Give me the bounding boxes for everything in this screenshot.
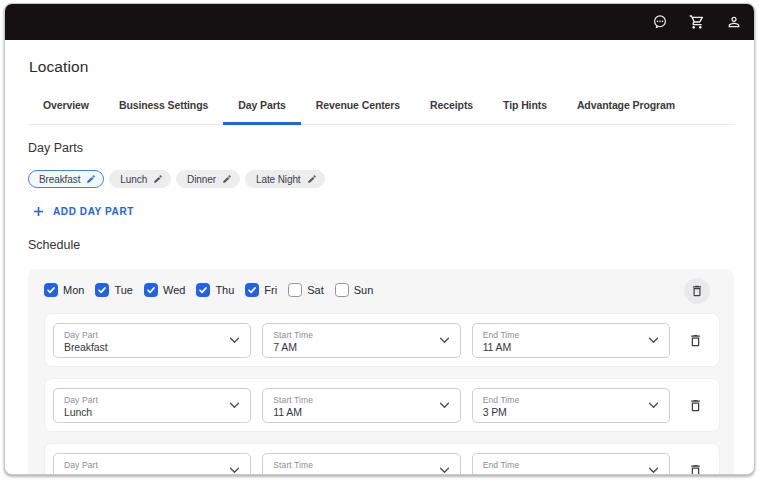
edit-icon[interactable] xyxy=(153,174,163,184)
delete-schedule-button[interactable] xyxy=(684,278,710,304)
trash-icon xyxy=(688,398,703,413)
chevron-down-icon xyxy=(648,337,659,344)
tab[interactable]: Advantage Program xyxy=(562,93,690,124)
start-time-select-label: Start Time xyxy=(273,330,433,340)
tab[interactable]: Revenue Centers xyxy=(301,93,415,124)
day-part-select[interactable]: Day Part Breakfast xyxy=(53,323,251,358)
day-part-chip[interactable]: Lunch xyxy=(109,170,171,188)
start-time-select-label: Start Time xyxy=(273,395,433,405)
weekday-label: Wed xyxy=(163,283,185,297)
chat-button[interactable] xyxy=(648,10,672,34)
weekday-label: Mon xyxy=(63,283,84,297)
end-time-select-label: End Time xyxy=(483,330,643,340)
page-content: Location Overview Business Settings Day … xyxy=(5,57,754,475)
chip-label: Breakfast xyxy=(39,174,80,185)
day-part-chips: Breakfast Lunch Dinner xyxy=(28,170,734,188)
schedule-group-card: Mon Tue xyxy=(28,269,734,475)
day-part-select-label: Day Part xyxy=(64,460,224,470)
trash-icon xyxy=(688,333,703,348)
end-time-select[interactable]: End Time 11 AM xyxy=(472,323,670,358)
chevron-down-icon xyxy=(439,337,450,344)
add-day-part-button[interactable]: ADD DAY PART xyxy=(33,201,134,221)
weekday-checkbox-item[interactable]: Sun xyxy=(335,283,374,297)
account-icon xyxy=(726,14,742,30)
chevron-down-icon xyxy=(229,467,240,474)
start-time-select-label: Start Time xyxy=(273,460,433,470)
start-time-select[interactable]: Start Time 11 AM xyxy=(262,388,460,423)
weekday-label: Sun xyxy=(354,283,374,297)
check-icon xyxy=(97,285,107,295)
edit-icon[interactable] xyxy=(222,174,232,184)
tab[interactable]: Day Parts xyxy=(223,93,301,124)
checkbox[interactable] xyxy=(335,283,349,297)
weekday-row: Mon Tue xyxy=(44,281,720,307)
chip-label: Dinner xyxy=(187,174,216,185)
schedule-heading: Schedule xyxy=(28,238,734,253)
delete-row-button[interactable] xyxy=(681,398,711,413)
weekday-checkbox-item[interactable]: Fri xyxy=(245,283,277,297)
tab[interactable]: Business Settings xyxy=(104,93,223,124)
tab[interactable]: Overview xyxy=(28,93,104,124)
day-part-select-label: Day Part xyxy=(64,330,224,340)
day-part-select[interactable]: Day Part Lunch xyxy=(53,388,251,423)
checkbox[interactable] xyxy=(144,283,158,297)
weekday-label: Tue xyxy=(114,283,133,297)
start-time-select-value xyxy=(273,471,433,475)
checkbox[interactable] xyxy=(288,283,302,297)
weekday-label: Thu xyxy=(215,283,234,297)
delete-row-button[interactable] xyxy=(681,333,711,348)
day-part-select-label: Day Part xyxy=(64,395,224,405)
cart-button[interactable] xyxy=(685,10,709,34)
weekday-checkbox-item[interactable]: Mon xyxy=(44,283,84,297)
end-time-select-value: 11 AM xyxy=(483,341,643,354)
day-part-chip[interactable]: Breakfast xyxy=(28,170,104,188)
trash-icon xyxy=(690,284,704,298)
checkbox[interactable] xyxy=(245,283,259,297)
tab-label: Business Settings xyxy=(119,99,208,111)
day-part-chip[interactable]: Late Night xyxy=(245,170,325,188)
end-time-select[interactable]: End Time xyxy=(472,453,670,476)
chat-icon xyxy=(652,14,668,30)
chevron-down-icon xyxy=(229,337,240,344)
end-time-select[interactable]: End Time 3 PM xyxy=(472,388,670,423)
weekday-checkboxes: Mon Tue xyxy=(44,283,684,297)
end-time-select-label: End Time xyxy=(483,460,643,470)
tab-label: Revenue Centers xyxy=(316,99,400,111)
checkbox[interactable] xyxy=(44,283,58,297)
chip-label: Lunch xyxy=(120,174,147,185)
top-app-bar xyxy=(5,4,754,40)
check-icon xyxy=(46,285,56,295)
weekday-checkbox-item[interactable]: Thu xyxy=(196,283,234,297)
tab[interactable]: Tip Hints xyxy=(488,93,562,124)
weekday-checkbox-item[interactable]: Wed xyxy=(144,283,185,297)
schedule-row: Day Part Start Time xyxy=(44,443,720,475)
delete-row-button[interactable] xyxy=(681,463,711,476)
day-part-select-value: Breakfast xyxy=(64,341,224,354)
check-icon xyxy=(247,285,257,295)
plus-icon xyxy=(33,206,44,217)
start-time-select[interactable]: Start Time 7 AM xyxy=(262,323,460,358)
weekday-checkbox-item[interactable]: Tue xyxy=(95,283,133,297)
tab[interactable]: Receipts xyxy=(415,93,488,124)
tab-label: Tip Hints xyxy=(503,99,547,111)
weekday-label: Sat xyxy=(307,283,324,297)
page-title: Location xyxy=(29,57,734,76)
app-window: Location Overview Business Settings Day … xyxy=(4,3,755,475)
chevron-down-icon xyxy=(648,467,659,474)
check-icon xyxy=(146,285,156,295)
weekday-checkbox-item[interactable]: Sat xyxy=(288,283,324,297)
edit-icon[interactable] xyxy=(86,174,96,184)
checkbox[interactable] xyxy=(196,283,210,297)
tab-bar: Overview Business Settings Day Parts Rev… xyxy=(28,93,734,125)
edit-icon[interactable] xyxy=(307,174,317,184)
start-time-select-value: 11 AM xyxy=(273,406,433,419)
start-time-select[interactable]: Start Time xyxy=(262,453,460,476)
chevron-down-icon xyxy=(229,402,240,409)
day-part-chip[interactable]: Dinner xyxy=(176,170,240,188)
end-time-select-value xyxy=(483,471,643,475)
end-time-select-label: End Time xyxy=(483,395,643,405)
checkbox[interactable] xyxy=(95,283,109,297)
account-button[interactable] xyxy=(722,10,746,34)
chevron-down-icon xyxy=(439,402,450,409)
day-part-select[interactable]: Day Part xyxy=(53,453,251,476)
